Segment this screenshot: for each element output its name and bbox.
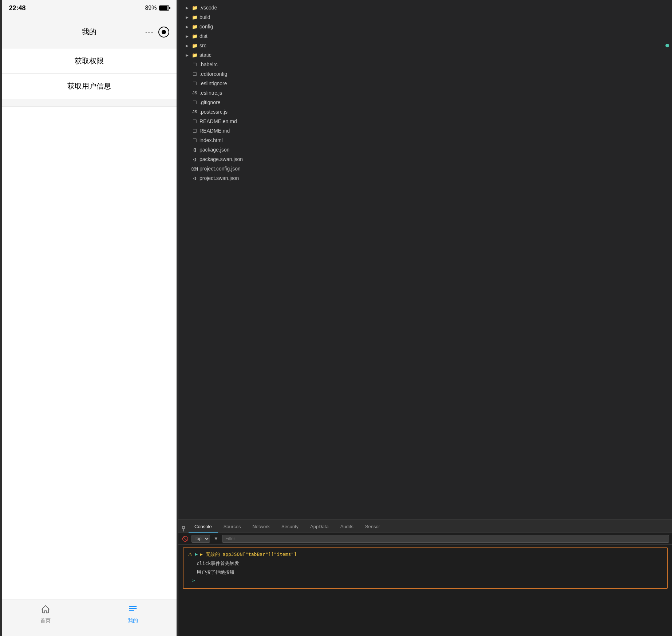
tab-audits[interactable]: Audits [335, 521, 359, 533]
file-icon-editorconfig: ☐ [191, 71, 198, 77]
inspect-icon[interactable] [181, 525, 189, 533]
file-item-project-swan-json[interactable]: ▶ {} project.swan.json [178, 173, 672, 183]
file-item-package-json[interactable]: ▶ {} package.json [178, 145, 672, 154]
tab-item-home[interactable]: 首页 [2, 604, 89, 624]
file-name-package-json: package.json [199, 147, 230, 153]
file-icon-readme-en: ☐ [191, 118, 198, 125]
file-item-readme[interactable]: ▶ ☐ README.md [178, 126, 672, 136]
folder-arrow-build: ▶ [184, 14, 190, 20]
file-icon-index-html: ☐ [191, 137, 198, 144]
tab-home-label: 首页 [40, 617, 51, 624]
warning-expand-arrow[interactable]: ▶ [195, 552, 198, 557]
file-name-static: static [199, 52, 212, 58]
file-name-package-swan-json: package.swan.json [199, 156, 243, 162]
filter-input[interactable] [222, 535, 669, 543]
tab-console[interactable]: Console [189, 521, 218, 533]
folder-arrow-static: ▶ [184, 52, 190, 58]
folder-arrow-src: ▶ [184, 43, 190, 48]
context-select[interactable]: top [191, 535, 210, 543]
console-prompt[interactable]: > [188, 576, 663, 585]
devtools-tabs: Console Sources Network Security AppData… [178, 520, 672, 533]
file-name-index-html: index.html [199, 137, 223, 143]
file-name-dist: dist [199, 33, 207, 39]
file-item-eslintignore[interactable]: ▶ ☐ .eslintignore [178, 79, 672, 88]
svg-rect-2 [129, 610, 134, 611]
file-icon-babelrc: ☐ [191, 61, 198, 68]
status-time: 22:48 [9, 4, 26, 12]
file-item-readme-en[interactable]: ▶ ☐ README.en.md [178, 117, 672, 126]
content-area: 获取权限 获取用户信息 [2, 48, 177, 600]
mobile-panel: 22:48 89% 我的 ··· 获取权限 获 [0, 0, 178, 636]
file-icon-package-json: {} [191, 146, 198, 153]
file-name-gitignore: .gitignore [199, 99, 221, 105]
nav-dots: ··· [145, 27, 154, 37]
folder-icon-config: 📁 [191, 23, 198, 30]
tab-network[interactable]: Network [246, 521, 276, 533]
file-item-index-html[interactable]: ▶ ☐ index.html [178, 136, 672, 145]
folder-icon-dist: 📁 [191, 33, 198, 39]
file-name-readme: README.md [199, 128, 230, 134]
nav-bar: 我的 ··· [2, 16, 177, 48]
file-item-package-swan-json[interactable]: ▶ {} package.swan.json [178, 154, 672, 164]
svg-rect-3 [182, 526, 185, 529]
file-name-build: build [199, 14, 210, 20]
file-item-src[interactable]: ▶ 📁 src [178, 41, 672, 50]
file-icon-eslintignore: ☐ [191, 80, 198, 87]
battery-icon [159, 5, 169, 11]
file-scroll[interactable]: ▶ 📁 .vscode ▶ 📁 build ▶ 📁 config ▶ 📁 dis… [178, 3, 672, 517]
file-name-config: config [199, 24, 213, 30]
menu-item-userinfo[interactable]: 获取用户信息 [2, 74, 177, 99]
tab-security[interactable]: Security [276, 521, 304, 533]
folder-arrow-dist: ▶ [184, 33, 190, 39]
tab-sensor[interactable]: Sensor [359, 521, 386, 533]
file-item-gitignore[interactable]: ▶ ☐ .gitignore [178, 98, 672, 107]
tab-item-mine[interactable]: 我的 [89, 604, 177, 624]
file-name-src: src [199, 43, 206, 48]
folder-icon-src: 📁 [191, 42, 198, 49]
menu-item-userinfo-label: 获取用户信息 [67, 81, 111, 91]
file-name-editorconfig: .editorconfig [199, 71, 227, 77]
file-icon-package-swan-json: {} [191, 156, 198, 162]
console-warning-box: ⚠ ▶ ▶ 无效的 appJSON["tabBar"]["items"] cli… [183, 547, 668, 589]
devtools-panel: Console Sources Network Security AppData… [178, 519, 672, 636]
home-icon [40, 604, 51, 615]
file-item-editorconfig[interactable]: ▶ ☐ .editorconfig [178, 69, 672, 79]
nav-title: 我的 [82, 27, 96, 37]
file-name-babelrc: .babelrc [199, 62, 218, 67]
file-item-build[interactable]: ▶ 📁 build [178, 12, 672, 22]
record-button[interactable] [158, 27, 169, 38]
dropdown-arrow: ▼ [214, 536, 218, 541]
file-icon-readme: ☐ [191, 127, 198, 134]
console-output: ⚠ ▶ ▶ 无效的 appJSON["tabBar"]["items"] cli… [178, 545, 672, 636]
warning-message: ▶ 无效的 appJSON["tabBar"]["items"] [200, 551, 297, 558]
content-whitespace [2, 106, 177, 600]
folder-icon-build: 📁 [191, 14, 198, 20]
record-inner [162, 30, 166, 34]
warning-triangle-icon: ⚠ [188, 551, 193, 557]
svg-rect-1 [129, 608, 137, 609]
console-line-2: 用户按了拒绝按钮 [188, 568, 663, 577]
tab-sources[interactable]: Sources [218, 521, 247, 533]
file-item-eslintrc[interactable]: ▶ JS .eslintrc.js [178, 88, 672, 98]
file-item-dist[interactable]: ▶ 📁 dist [178, 31, 672, 41]
menu-item-permissions[interactable]: 获取权限 [2, 48, 177, 74]
file-explorer: ▶ 📁 .vscode ▶ 📁 build ▶ 📁 config ▶ 📁 dis… [178, 0, 672, 519]
folder-arrow-config: ▶ [184, 24, 190, 30]
file-item-config[interactable]: ▶ 📁 config [178, 22, 672, 31]
folder-icon-static: 📁 [191, 52, 198, 58]
file-item-postcssrc[interactable]: ▶ JS .postcssrc.js [178, 107, 672, 117]
file-item-babelrc[interactable]: ▶ ☐ .babelrc [178, 60, 672, 69]
src-modified-dot [665, 44, 669, 47]
clear-console-button[interactable]: 🚫 [181, 535, 189, 542]
file-item-static[interactable]: ▶ 📁 static [178, 50, 672, 60]
status-bar: 22:48 89% [2, 0, 177, 16]
file-item-vscode[interactable]: ▶ 📁 .vscode [178, 3, 672, 12]
file-icon-eslintrc: JS [191, 90, 198, 96]
console-line-1: click事件首先触发 [188, 559, 663, 568]
tab-appdata[interactable]: AppData [304, 521, 335, 533]
folder-icon-vscode: 📁 [191, 4, 198, 11]
tab-mine-label: 我的 [128, 617, 138, 624]
file-name-readme-en: README.en.md [199, 118, 237, 124]
file-item-project-config-json[interactable]: ▶ {@} project.config.json [178, 164, 672, 173]
file-name-project-swan-json: project.swan.json [199, 175, 239, 181]
